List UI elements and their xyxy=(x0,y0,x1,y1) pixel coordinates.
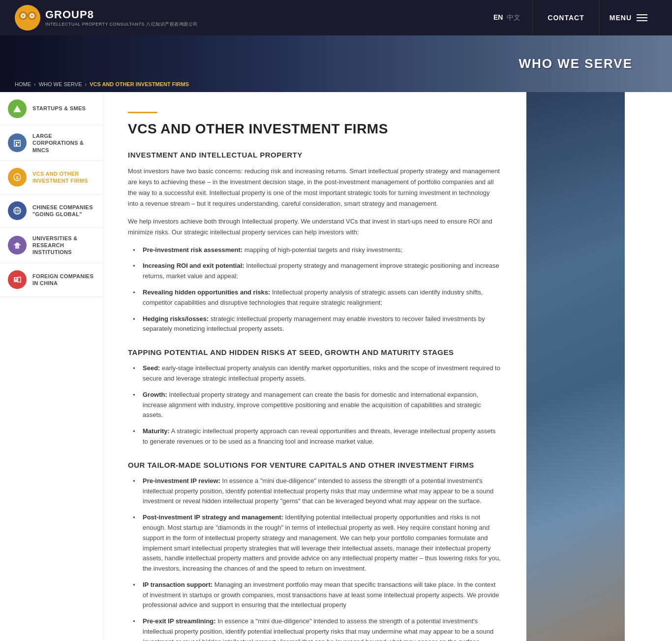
menu-label: MENU xyxy=(610,14,632,22)
svg-rect-11 xyxy=(16,144,17,146)
para-2: We help investors achieve both through I… xyxy=(128,216,502,238)
section-heading-3: OUR TAILOR-MADE SOLUTIONS FOR VENTURE CA… xyxy=(128,461,502,469)
svg-rect-20 xyxy=(14,277,17,282)
section-heading-2: TAPPING POTENTIAL AND HIDDEN RISKS AT SE… xyxy=(128,348,502,356)
svg-rect-21 xyxy=(18,277,21,282)
bullet-seed: Seed: early-stage intellectual property … xyxy=(133,363,502,384)
main-content: VCS AND OTHER INVESTMENT FIRMS INVESTMEN… xyxy=(103,92,526,641)
hero-title: WHO WE SERVE xyxy=(519,56,633,71)
bullet-post-investment: Post-investment IP strategy and manageme… xyxy=(133,513,502,574)
bullets-section-3: Pre-investment IP review: In essence a "… xyxy=(133,476,502,641)
logo-text: GROUP8 INTELLECTUAL PROPERTY CONSULTANTS… xyxy=(45,8,198,28)
hero-banner: HOME › WHO WE SERVE › VCS AND OTHER INVE… xyxy=(0,35,672,92)
svg-point-5 xyxy=(22,15,25,17)
bullet-1: Pre-investment risk assessment: mapping … xyxy=(133,245,502,256)
bullet-pre-exit: Pre-exit IP streamlining: In essence a "… xyxy=(133,616,502,641)
breadcrumb-sep1: › xyxy=(34,81,36,87)
sidebar-label-foreign: FOREIGN COMPANIES IN CHINA xyxy=(32,273,95,287)
universities-icon xyxy=(8,236,27,255)
sidebar-label-universities: UNIVERSITIES & RESEARCH INSTITUTIONS xyxy=(32,235,95,256)
foreign-icon xyxy=(8,270,27,289)
bullet-ip-transaction: IP transaction support: Managing an inve… xyxy=(133,580,502,610)
svg-point-0 xyxy=(15,5,40,31)
right-panel-image xyxy=(526,92,625,641)
bullets-section-1: Pre-investment risk assessment: mapping … xyxy=(133,245,502,335)
bullet-pre-investment: Pre-investment IP review: In essence a "… xyxy=(133,476,502,507)
lang-switch: EN 中文 xyxy=(482,13,532,22)
sidebar-item-foreign[interactable]: FOREIGN COMPANIES IN CHINA xyxy=(0,263,103,297)
site-header: GROUP8 INTELLECTUAL PROPERTY CONSULTANTS… xyxy=(0,0,672,35)
sidebar-label-vcs: VCS AND OTHER INVESTMENT FIRMS xyxy=(32,170,95,185)
hamburger-icon xyxy=(637,14,647,21)
svg-rect-19 xyxy=(15,245,19,249)
breadcrumb: HOME › WHO WE SERVE › VCS AND OTHER INVE… xyxy=(15,81,189,87)
svg-point-6 xyxy=(31,15,33,17)
logo-area[interactable]: GROUP8 INTELLECTUAL PROPERTY CONSULTANTS… xyxy=(15,5,198,31)
sidebar-item-universities[interactable]: UNIVERSITIES & RESEARCH INSTITUTIONS xyxy=(0,228,103,263)
main-layout: STARTUPS & SMES LARGE CORPORATIONS & MNC… xyxy=(0,92,672,641)
svg-rect-10 xyxy=(18,142,19,143)
breadcrumb-current: VCS AND OTHER INVESTMENT FIRMS xyxy=(90,81,189,87)
lang-en[interactable]: EN xyxy=(493,13,503,22)
lang-zh[interactable]: 中文 xyxy=(507,13,520,22)
svg-marker-7 xyxy=(13,105,21,112)
svg-rect-9 xyxy=(16,142,17,143)
header-right: EN 中文 CONTACT MENU xyxy=(482,0,657,35)
sidebar-label-startups: STARTUPS & SMES xyxy=(32,105,86,112)
svg-point-22 xyxy=(15,278,17,280)
section-heading-1: INVESTMENT AND INTELLECTUAL PROPERTY xyxy=(128,151,502,159)
bullets-section-2: Seed: early-stage intellectual property … xyxy=(133,363,502,447)
logo-icon xyxy=(15,5,40,31)
breadcrumb-who-we-serve[interactable]: WHO WE SERVE xyxy=(39,81,82,87)
breadcrumb-home[interactable]: HOME xyxy=(15,81,31,87)
title-bar xyxy=(128,112,157,113)
logo-name: GROUP8 xyxy=(45,8,198,21)
contact-button[interactable]: CONTACT xyxy=(532,0,599,35)
svg-marker-18 xyxy=(13,242,21,245)
para-1: Most investors have two basic concerns: … xyxy=(128,166,502,209)
svg-text:$: $ xyxy=(16,175,18,180)
sidebar-label-chinese: CHINESE COMPANIES "GOING GLOBAL" xyxy=(32,204,95,218)
large-corps-icon xyxy=(8,133,27,152)
bullet-4: Hedging risks/losses: strategic intellec… xyxy=(133,314,502,335)
page-title: VCS AND OTHER INVESTMENT FIRMS xyxy=(128,121,502,137)
bullet-2: Increasing ROI and exit potential: Intel… xyxy=(133,261,502,282)
vcs-icon: $ xyxy=(8,168,27,187)
bullet-maturity: Maturity: A strategic intellectual prope… xyxy=(133,426,502,447)
sidebar-label-large-corps: LARGE CORPORATIONS & MNCS xyxy=(32,132,95,154)
bullet-growth: Growth: Intellectual property strategy a… xyxy=(133,390,502,420)
sidebar-item-large-corps[interactable]: LARGE CORPORATIONS & MNCS xyxy=(0,126,103,161)
right-photo-panel xyxy=(526,92,625,641)
breadcrumb-sep2: › xyxy=(85,81,87,87)
logo-subtitle: INTELLECTUAL PROPERTY CONSULTANTS 八亿知识产权… xyxy=(45,21,198,28)
menu-button[interactable]: MENU xyxy=(600,0,657,35)
sidebar-item-startups[interactable]: STARTUPS & SMES xyxy=(0,92,103,126)
sidebar: STARTUPS & SMES LARGE CORPORATIONS & MNC… xyxy=(0,92,103,641)
startups-icon xyxy=(8,99,27,118)
chinese-icon xyxy=(8,201,27,220)
sidebar-item-vcs[interactable]: $ VCS AND OTHER INVESTMENT FIRMS xyxy=(0,161,103,194)
bullet-3: Revealing hidden opportunities and risks… xyxy=(133,288,502,308)
sidebar-item-chinese[interactable]: CHINESE COMPANIES "GOING GLOBAL" xyxy=(0,194,103,228)
